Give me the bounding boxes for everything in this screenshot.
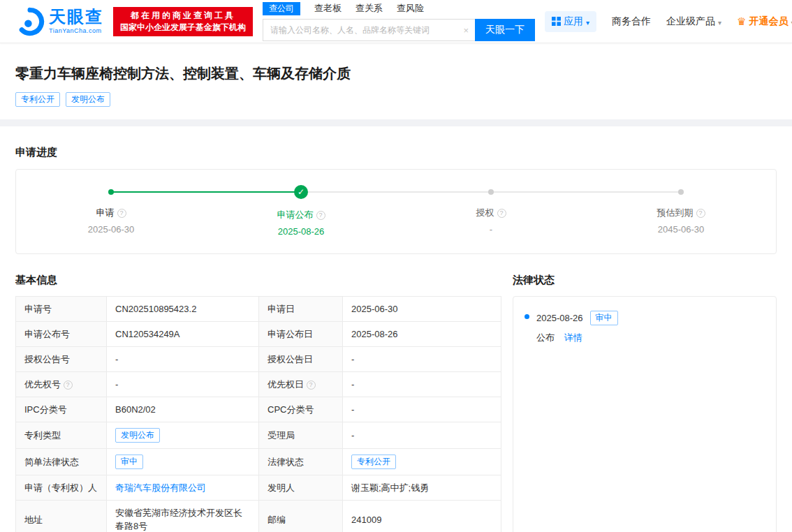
crown-icon: ♛ — [737, 15, 746, 28]
step-dot — [678, 189, 684, 195]
nav-cooperation[interactable]: 商务合作 — [612, 15, 651, 28]
field-label: 简单法律状态 — [24, 457, 79, 467]
table-row: 地址 安徽省芜湖市经济技术开发区长春路8号 邮编 241009 — [16, 501, 501, 532]
logo[interactable]: 天眼查 TianYanCha.com — [15, 7, 103, 36]
table-row: 申请号 CN202510895423.2 申请日 2025-06-30 — [16, 297, 501, 322]
tianyancha-logo-icon — [15, 7, 45, 36]
top-nav: 应用 商务合作 企业级产品 ♛ 开通会员 超级风... — [545, 11, 792, 32]
field-value: 谢玉颖;高中扩;钱勇 — [351, 482, 429, 493]
help-icon[interactable] — [117, 209, 126, 218]
field-value: 2025-08-26 — [351, 329, 398, 339]
field-value: CN120534249A — [115, 329, 180, 339]
field-label: 申请号 — [24, 304, 52, 314]
step-dot — [108, 189, 114, 195]
field-value: - — [351, 404, 354, 415]
patent-tags: 专利公开 发明公布 — [15, 92, 777, 107]
legal-status-action: 公布 — [536, 332, 555, 343]
promo-banner: 都在用的商业查询工具 国家中小企业发展子基金旗下机构 — [113, 7, 253, 36]
legal-status-item: 2025-08-26 审中 公布 详情 — [525, 311, 765, 344]
nav-apps[interactable]: 应用 — [545, 11, 596, 32]
simple-legal-status-badge: 审中 — [115, 455, 143, 469]
field-label: 受理局 — [267, 430, 295, 441]
field-label: 发明人 — [267, 482, 295, 493]
field-label: 授权公告号 — [24, 354, 70, 364]
legal-status-panel: 2025-08-26 审中 公布 详情 — [513, 296, 777, 532]
field-value: 2025-06-30 — [351, 304, 398, 314]
basic-info-heading: 基本信息 — [15, 274, 501, 287]
search-tab-boss[interactable]: 查老板 — [314, 2, 342, 15]
legal-status-detail-link[interactable]: 详情 — [564, 332, 582, 343]
clear-icon[interactable] — [463, 25, 469, 34]
applicant-company-link[interactable]: 奇瑞汽车股份有限公司 — [115, 482, 206, 493]
field-value: B60N2/02 — [115, 404, 156, 415]
help-icon[interactable] — [64, 380, 73, 390]
step-date: 2045-06-30 — [586, 224, 776, 235]
legal-status-date: 2025-08-26 — [536, 313, 583, 323]
tag-patent-publication: 专利公开 — [15, 92, 60, 107]
nav-open-vip[interactable]: ♛ 开通会员 — [737, 15, 792, 28]
field-label: 专利类型 — [24, 430, 61, 441]
help-icon[interactable] — [497, 209, 506, 218]
basic-info-table: 申请号 CN202510895423.2 申请日 2025-06-30 申请公布… — [15, 296, 501, 532]
field-label: 申请（专利权）人 — [24, 482, 97, 493]
field-label: 地址 — [24, 515, 43, 525]
table-row: 简单法律状态 审中 法律状态 专利公开 — [16, 449, 501, 475]
search-area: 查公司 查老板 查关系 查风险 天眼一下 — [263, 2, 535, 41]
help-icon[interactable] — [696, 209, 705, 218]
field-value: 安徽省芜湖市经济技术开发区长春路8号 — [115, 508, 242, 531]
step-check-icon — [294, 185, 308, 199]
table-row: 申请（专利权）人 奇瑞汽车股份有限公司 发明人 谢玉颖;高中扩;钱勇 — [16, 475, 501, 501]
search-tab-risk[interactable]: 查风险 — [397, 2, 424, 15]
field-label: 优先权日 — [267, 379, 304, 390]
legal-status-heading: 法律状态 — [513, 274, 777, 287]
field-label: IPC分类号 — [24, 404, 67, 415]
search-tab-company[interactable]: 查公司 — [263, 2, 300, 15]
field-value: - — [351, 354, 354, 364]
search-button[interactable]: 天眼一下 — [475, 19, 535, 41]
progress-heading: 申请进度 — [15, 146, 777, 159]
field-value: CN202510895423.2 — [115, 304, 196, 314]
field-label: 申请公布日 — [267, 329, 313, 339]
table-row: 授权公告号 - 授权公告日 - — [16, 347, 501, 372]
step-date: 2025-08-26 — [206, 226, 396, 237]
logo-name: 天眼查 — [49, 8, 103, 25]
timeline-dot-icon — [525, 314, 529, 319]
table-row: IPC分类号 B60N2/02 CPC分类号 - — [16, 397, 501, 422]
field-label: 申请公布号 — [24, 329, 70, 339]
application-progress-section: 申请进度 申请 2025-06-30 申请公布 2 — [15, 126, 777, 254]
progress-step-grant: 授权 - — [396, 185, 586, 237]
field-value: - — [351, 430, 354, 441]
search-input[interactable] — [263, 20, 475, 40]
step-date: 2025-06-30 — [16, 224, 206, 235]
field-label: 授权公告日 — [267, 354, 313, 364]
step-date: - — [396, 224, 586, 235]
search-tab-relation[interactable]: 查关系 — [355, 2, 383, 15]
progress-box: 申请 2025-06-30 申请公布 2025-08-26 — [15, 169, 777, 254]
page-title: 零重力车辆座椅控制方法、控制装置、车辆及存储介质 — [15, 64, 777, 83]
field-label: 法律状态 — [267, 457, 304, 467]
field-value: 241009 — [351, 515, 381, 525]
table-row: 专利类型 发明公布 受理局 - — [16, 422, 501, 449]
title-section: 零重力车辆座椅控制方法、控制装置、车辆及存储介质 专利公开 发明公布 — [15, 43, 777, 119]
step-dot — [488, 189, 494, 195]
legal-status-item-badge: 审中 — [590, 311, 618, 325]
field-label: 申请日 — [267, 304, 295, 314]
field-label: CPC分类号 — [267, 404, 314, 415]
grid-icon — [552, 17, 561, 26]
table-row: 申请公布号 CN120534249A 申请公布日 2025-08-26 — [16, 322, 501, 347]
progress-step-apply: 申请 2025-06-30 — [16, 185, 206, 237]
tag-invention-publication: 发明公布 — [66, 92, 110, 107]
field-value: - — [351, 379, 354, 390]
help-icon[interactable] — [316, 211, 325, 220]
progress-step-publication: 申请公布 2025-08-26 — [206, 185, 396, 237]
section-divider — [0, 119, 792, 126]
field-label: 优先权号 — [24, 379, 61, 390]
progress-stepper: 申请 2025-06-30 申请公布 2025-08-26 — [16, 185, 776, 237]
chevron-down-icon — [718, 16, 721, 27]
promo-banner-line2: 国家中小企业发展子基金旗下机构 — [120, 22, 246, 34]
logo-domain: TianYanCha.com — [49, 27, 103, 34]
chevron-down-icon — [586, 16, 589, 27]
search-tabs: 查公司 查老板 查关系 查风险 — [263, 2, 535, 15]
help-icon[interactable] — [307, 380, 316, 390]
nav-enterprise-products[interactable]: 企业级产品 — [666, 15, 721, 28]
